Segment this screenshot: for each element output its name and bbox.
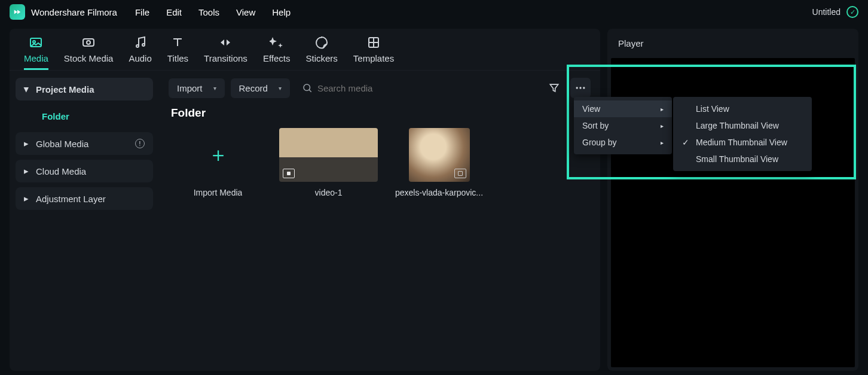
workspace-tabs: Media Stock Media Audio Titles Transitio…	[10, 29, 600, 71]
sidebar-global-media[interactable]: ▸ Global Media !	[16, 132, 153, 155]
tab-titles[interactable]: Titles	[167, 35, 188, 70]
svg-point-8	[576, 87, 578, 89]
stock-media-icon	[81, 35, 96, 50]
svg-point-1	[33, 41, 35, 43]
menu-bar: File Edit Tools View Help	[135, 7, 291, 17]
app-logo-icon	[10, 4, 25, 20]
sidebar-adjustment-layer[interactable]: ▸ Adjustment Layer	[16, 187, 153, 210]
effects-icon	[270, 35, 284, 50]
media-item-pexels[interactable]: pexels-vlada-karpovic...	[390, 128, 488, 197]
sidebar-folder[interactable]: Folder	[16, 105, 153, 127]
title-bar: Wondershare Filmora File Edit Tools View…	[0, 0, 868, 24]
media-panel: Media Stock Media Audio Titles Transitio…	[10, 29, 600, 371]
more-options-menu: View▸ Sort by▸ Group by▸	[574, 97, 672, 154]
import-dropdown[interactable]: Import ▾	[169, 78, 225, 98]
plus-icon: ＋	[169, 128, 267, 182]
chevron-right-icon: ▸	[24, 166, 30, 176]
menu-tools[interactable]: Tools	[198, 7, 219, 17]
tab-audio[interactable]: Audio	[129, 35, 151, 70]
chevron-right-icon: ▸	[661, 106, 664, 112]
svg-point-7	[304, 84, 310, 91]
clip-badge-icon	[283, 169, 295, 178]
chevron-right-icon: ▸	[661, 123, 664, 129]
media-icon	[29, 35, 43, 50]
tab-media[interactable]: Media	[24, 35, 48, 70]
filter-icon	[548, 82, 560, 94]
menu-file[interactable]: File	[135, 7, 149, 17]
tab-templates[interactable]: Templates	[353, 35, 394, 70]
sidebar-project-media[interactable]: ▾ Project Media	[16, 78, 153, 100]
caret-down-icon: ▾	[279, 85, 282, 92]
ctx-large-thumb[interactable]: Large Thumbnail View	[673, 117, 812, 134]
svg-point-9	[579, 87, 581, 89]
player-panel: Player	[607, 29, 858, 371]
import-media-tile[interactable]: ＋ Import Media	[169, 128, 267, 197]
ctx-sort-by[interactable]: Sort by▸	[574, 117, 672, 134]
titles-icon	[170, 35, 185, 50]
menu-view[interactable]: View	[236, 7, 255, 17]
search-input[interactable]	[317, 83, 532, 93]
chevron-right-icon: ▸	[661, 139, 664, 146]
folder-title: Folder	[169, 106, 591, 120]
stickers-icon	[314, 35, 329, 50]
app-name: Wondershare Filmora	[31, 7, 117, 17]
saved-check-icon: ✓	[846, 6, 858, 18]
chevron-right-icon: ▸	[24, 138, 30, 149]
ctx-small-thumb[interactable]: Small Thumbnail View	[673, 151, 812, 167]
media-toolbar: Import ▾ Record ▾	[169, 78, 591, 98]
project-title: Untitled	[812, 7, 841, 17]
ctx-list-view[interactable]: List View	[673, 100, 812, 117]
svg-point-4	[136, 45, 139, 47]
tab-effects[interactable]: Effects	[263, 35, 291, 70]
filter-button[interactable]	[544, 78, 564, 98]
templates-icon	[366, 35, 381, 50]
tab-transitions[interactable]: Transitions	[204, 35, 247, 70]
chevron-right-icon: ▸	[24, 193, 30, 204]
search-media[interactable]	[296, 78, 538, 98]
media-sidebar: ▾ Project Media Folder ▸ Global Media ! …	[10, 71, 159, 371]
tab-stock-media[interactable]: Stock Media	[64, 35, 114, 70]
chevron-down-icon: ▾	[24, 84, 30, 94]
menu-help[interactable]: Help	[272, 7, 291, 17]
media-browser: Import ▾ Record ▾	[159, 71, 600, 371]
more-options-button[interactable]	[570, 78, 591, 98]
player-header: Player	[607, 29, 858, 58]
svg-point-3	[87, 41, 90, 44]
info-icon: !	[135, 139, 145, 148]
transitions-icon	[218, 35, 233, 50]
video-thumbnail	[409, 128, 470, 182]
clip-badge-icon	[454, 169, 466, 178]
record-dropdown[interactable]: Record ▾	[231, 78, 290, 98]
caret-down-icon: ▾	[213, 85, 216, 92]
ctx-medium-thumb[interactable]: ✓Medium Thumbnail View	[673, 134, 812, 151]
svg-point-10	[583, 87, 585, 89]
ctx-view[interactable]: View▸	[574, 100, 672, 117]
media-grid: ＋ Import Media video-1 pexels-vlada-ka	[169, 128, 591, 197]
tab-stickers[interactable]: Stickers	[305, 35, 337, 70]
audio-icon	[133, 35, 148, 50]
check-icon: ✓	[681, 138, 690, 147]
sidebar-cloud-media[interactable]: ▸ Cloud Media	[16, 160, 153, 182]
ctx-group-by[interactable]: Group by▸	[574, 134, 672, 151]
search-icon	[302, 83, 313, 93]
menu-edit[interactable]: Edit	[166, 7, 182, 17]
more-horizontal-icon	[574, 82, 586, 94]
svg-point-5	[142, 44, 145, 46]
view-submenu: List View Large Thumbnail View ✓Medium T…	[673, 97, 812, 171]
svg-rect-2	[83, 39, 94, 46]
video-thumbnail	[279, 128, 378, 182]
media-item-video-1[interactable]: video-1	[279, 128, 378, 197]
